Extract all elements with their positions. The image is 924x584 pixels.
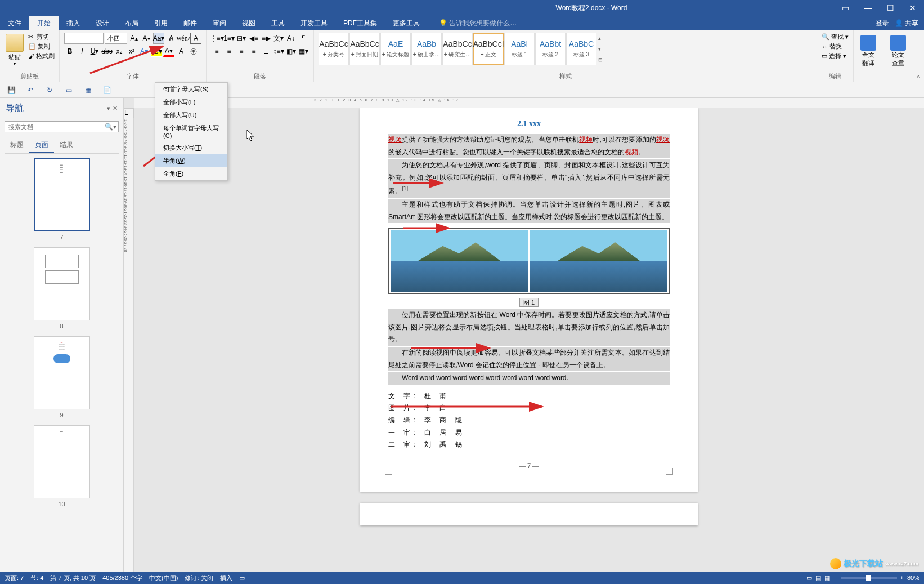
menu-item-l[interactable]: 全部小写(L) — [155, 96, 227, 109]
zoom-out-icon[interactable]: − — [833, 574, 837, 581]
style-item[interactable]: AaBbCc+ 分类号 — [319, 33, 349, 65]
font-size-select[interactable] — [105, 33, 127, 44]
qat-icon-1[interactable]: ▭ — [62, 83, 75, 97]
format-painter-button[interactable]: 🖌格式刷 — [28, 52, 55, 60]
search-icon[interactable]: 🔍▾ — [105, 123, 116, 131]
style-item[interactable]: AaBb+ 硕士学… — [411, 33, 442, 65]
page-thumbnail[interactable]: ====================9 — [5, 336, 119, 418]
menu-item-s[interactable]: 句首字母大写(S) — [155, 83, 227, 96]
shrink-font-icon[interactable]: A▾ — [141, 33, 152, 44]
change-case-button[interactable]: Aa▾ — [153, 33, 164, 44]
justify-icon[interactable]: ≡ — [248, 46, 259, 57]
styles-up-icon[interactable]: ▴ — [598, 35, 603, 41]
text-effects-icon[interactable]: A▾ — [138, 46, 150, 57]
menu-item-f[interactable]: 全角(F) — [155, 167, 227, 180]
decrease-indent-icon[interactable]: ◀≡ — [248, 33, 259, 44]
tab-view[interactable]: 视图 — [234, 16, 263, 30]
underline-icon[interactable]: U▾ — [89, 46, 100, 57]
nav-search-input[interactable] — [5, 121, 119, 132]
status-section[interactable]: 节: 4 — [30, 574, 43, 582]
style-item[interactable]: AaE+ 论文标题 — [380, 33, 411, 65]
multilevel-icon[interactable]: ⊟▾ — [236, 33, 247, 44]
borders-icon[interactable]: ▦▾ — [298, 46, 309, 57]
nav-close-icon[interactable]: ✕ — [113, 105, 118, 112]
strike-icon[interactable]: abc — [101, 46, 113, 57]
line-spacing-icon[interactable]: ↕≡▾ — [273, 46, 284, 57]
highlight-icon[interactable]: ab▾ — [151, 46, 162, 57]
menu-item-t[interactable]: 切换大小写(T) — [155, 141, 227, 154]
font-name-select[interactable] — [64, 33, 104, 44]
menu-item-c[interactable]: 每个单词首字母大写(C) — [155, 122, 227, 141]
style-item[interactable]: AaBbt标题 2 — [535, 33, 566, 65]
login-link[interactable]: 登录 — [876, 19, 889, 28]
tab-design[interactable]: 设计 — [88, 16, 117, 30]
photo-1[interactable] — [391, 230, 528, 292]
bold-icon[interactable]: B — [64, 46, 75, 57]
nav-tab-pages[interactable]: 页面 — [29, 138, 54, 153]
style-item[interactable]: AaBbCcI+ 正文 — [473, 33, 504, 65]
tab-tools[interactable]: 工具 — [263, 16, 293, 30]
increase-indent-icon[interactable]: ≡▶ — [261, 33, 272, 44]
maximize-icon[interactable]: ☐ — [879, 0, 901, 16]
style-item[interactable]: AaBbCc+ 封面日期 — [349, 33, 380, 65]
replace-button[interactable]: ↔ 替换 — [822, 42, 849, 51]
font-color-icon[interactable]: A▾ — [163, 46, 174, 57]
close-icon[interactable]: ✕ — [901, 0, 924, 16]
cut-button[interactable]: ✂剪切 — [28, 33, 55, 41]
tab-review[interactable]: 审阅 — [205, 16, 234, 30]
tab-home[interactable]: 开始 — [29, 16, 59, 30]
ribbon-display-icon[interactable]: ▭ — [834, 0, 856, 16]
char-shading-icon[interactable]: A — [176, 46, 187, 57]
clear-format-icon[interactable]: A̷ — [165, 33, 177, 44]
align-center-icon[interactable]: ≡ — [223, 46, 235, 57]
distributed-icon[interactable]: ≣ — [261, 46, 272, 57]
tab-more[interactable]: 更多工具 — [385, 16, 428, 30]
zoom-slider[interactable] — [841, 577, 897, 579]
view-web-icon[interactable]: ▦ — [824, 574, 830, 582]
tell-me[interactable]: 💡 告诉我您想要做什么… — [439, 19, 517, 28]
status-extra-icon[interactable]: ▭ — [239, 574, 245, 582]
char-border-icon[interactable]: A — [190, 33, 201, 44]
shading-icon[interactable]: ◧▾ — [285, 46, 297, 57]
grow-font-icon[interactable]: A▴ — [128, 33, 140, 44]
view-print-icon[interactable]: ▤ — [815, 574, 821, 582]
status-words[interactable]: 405/2380 个字 — [102, 574, 142, 582]
paste-button[interactable]: 粘贴 ▾ — [5, 33, 25, 68]
tab-insert[interactable]: 插入 — [59, 16, 88, 30]
tab-pdf[interactable]: PDF工具集 — [335, 16, 385, 30]
tab-mailings[interactable]: 邮件 — [176, 16, 205, 30]
status-page[interactable]: 页面: 7 — [5, 574, 24, 582]
style-item[interactable]: AaBbC标题 3 — [566, 33, 596, 65]
superscript-icon[interactable]: x² — [126, 46, 137, 57]
menu-item-u[interactable]: 全部大写(U) — [155, 109, 227, 122]
zoom-level[interactable]: 80% — [907, 574, 919, 581]
bullets-icon[interactable]: ⋮≡▾ — [211, 33, 222, 44]
status-insert[interactable]: 插入 — [220, 574, 232, 582]
select-button[interactable]: ▭ 选择 ▾ — [822, 52, 849, 60]
tab-developer[interactable]: 开发工具 — [293, 16, 335, 30]
show-marks-icon[interactable]: ¶ — [298, 33, 309, 44]
phonetic-icon[interactable]: wénA — [178, 33, 189, 44]
tab-file[interactable]: 文件 — [0, 16, 29, 30]
minimize-icon[interactable]: — — [856, 0, 879, 16]
asian-layout-icon[interactable]: 文▾ — [273, 33, 284, 44]
document-page[interactable]: 2.1 xxx 视频提供了功能强大的方法帮助您证明您的观点。当您单击联机视频时,… — [360, 108, 698, 492]
redo-icon[interactable]: ↻ — [43, 83, 56, 97]
qat-icon-3[interactable]: 📄 — [100, 83, 114, 97]
style-item[interactable]: AaBbCc+ 研究生… — [442, 33, 473, 65]
align-left-icon[interactable]: ≡ — [211, 46, 222, 57]
page-thumbnail[interactable]: 8 — [5, 247, 119, 329]
page-thumbnail[interactable]: ≡≡≡≡≡≡10 — [5, 425, 119, 507]
style-item[interactable]: AaBl标题 1 — [504, 33, 535, 65]
document-page-next[interactable] — [360, 503, 698, 525]
zoom-in-icon[interactable]: + — [900, 574, 904, 581]
styles-down-icon[interactable]: ▾ — [598, 46, 603, 52]
sort-icon[interactable]: A↓ — [285, 33, 297, 44]
photo-2[interactable] — [530, 230, 667, 292]
nav-tab-headings[interactable]: 标题 — [5, 138, 29, 153]
page-thumbnail[interactable]: ============7 — [5, 158, 119, 240]
qat-icon-2[interactable]: ▦ — [81, 83, 95, 97]
translate-button[interactable]: 全文翻译 — [858, 33, 878, 70]
copy-button[interactable]: 📋复制 — [28, 42, 55, 51]
share-link[interactable]: 👤 共享 — [895, 19, 918, 28]
